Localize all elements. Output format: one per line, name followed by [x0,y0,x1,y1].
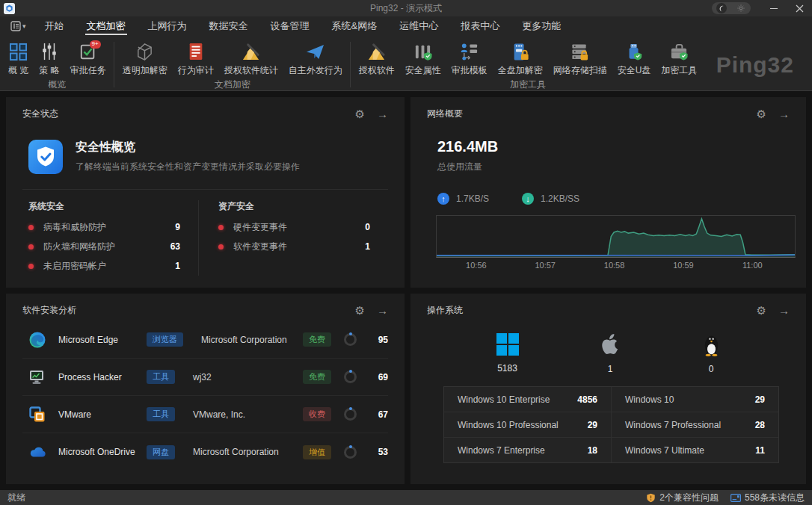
unread-messages[interactable]: 558条未读信息 [731,492,805,504]
tab-more-features[interactable]: 更多功能 [511,16,572,36]
table-row[interactable]: Windows 7 Enterprise18 Windows 7 Ultimat… [444,438,778,462]
category-badge: 工具 [147,370,175,384]
ribbon-group-encryption-tools: 授权软件 安全属性 审批模板 全盘加解密 [351,36,706,90]
ping32-watermark: Ping32 [716,52,794,78]
theme-toggle[interactable] [712,2,751,14]
score-ring-icon [344,446,357,459]
ribbon-button-behavior-audit[interactable]: 行为审计 [173,40,219,78]
process-hacker-icon [28,368,46,386]
policy-sliders-icon [40,42,59,61]
tab-ops-center[interactable]: 运维中心 [388,16,449,36]
approval-tasks-icon: 9+ [79,42,98,61]
caret-down-icon: ▾ [22,22,26,30]
software-row[interactable]: Process Hacker 工具 wj32 免费 69 [22,359,388,396]
tab-report-center[interactable]: 报表中心 [449,16,511,36]
red-dot-icon [28,225,34,230]
ruler-pen-icon [367,42,387,61]
list-item[interactable]: 软件变更事件 1 [218,237,388,256]
table-row[interactable]: Windows 10 Enterprise4856 Windows 1029 [444,387,778,412]
ribbon-button-security-attributes[interactable]: 安全属性 [400,40,446,78]
network-overview-panel: 网络概要 ⚙ → 216.4MB 总使用流量 ↑ 1.7KB/S ↓ 1.2KB… [410,97,806,288]
gear-icon[interactable]: ⚙ [757,108,766,120]
ribbon-button-authorized-software[interactable]: 授权软件 [354,40,400,78]
total-traffic-label: 总使用流量 [437,161,806,173]
ribbon-button-encryption-tools[interactable]: 加密工具 [656,40,702,78]
message-icon [731,494,741,502]
tab-internet-behavior[interactable]: 上网行为 [137,16,198,36]
close-button[interactable] [787,0,812,16]
briefcase-shield-icon [669,42,689,61]
tab-system-network[interactable]: 系统&网络 [321,16,389,36]
compatibility-issues[interactable]: 2个兼容性问题 [646,492,719,504]
asset-security-section: 资产安全 硬件变更事件 0 软件变更事件 1 [198,200,388,276]
list-item[interactable]: 硬件变更事件 0 [218,217,388,237]
main-menu-button[interactable]: ▾ [3,16,34,36]
flowchart-icon [460,42,479,61]
ribbon-button-self-outgoing-behavior[interactable]: 自主外发行为 [283,40,348,78]
security-overview-desc: 了解终端当前系统安全性和资产变更情况并采取必要操作 [76,161,300,173]
ribbon-button-network-storage-scan[interactable]: 网络存储扫描 [548,40,612,78]
x-tick-label: 10:56 [466,261,487,270]
ribbon-group-overview: 概 览 策 略 9+ 审批任务 概览 [0,36,114,90]
software-row[interactable]: Microsoft OneDrive 网盘 Microsoft Corporat… [22,433,388,471]
overview-grid-icon [9,42,28,61]
minimize-button[interactable] [761,0,787,16]
software-row[interactable]: VMware 工具 VMware, Inc. 收费 67 [22,396,388,433]
apple-count: 1 [608,364,613,374]
ribbon-button-overview[interactable]: 概 览 [3,40,34,78]
statusbar: 就绪 2个兼容性问题 558条未读信息 [0,490,812,505]
sun-icon[interactable] [736,3,746,13]
arrow-right-icon[interactable]: → [778,305,790,316]
windows-platform: 5183 [496,333,519,374]
apple-platform: 1 [600,333,621,374]
ribbon-group-label: 概览 [3,78,111,94]
vmware-icon [28,406,46,424]
window-title: Ping32 - 演示模式 [0,2,812,15]
gear-icon[interactable]: ⚙ [355,108,365,120]
red-dot-icon [28,264,34,269]
arrow-right-icon[interactable]: → [377,305,388,316]
list-item[interactable]: 病毒和威胁防护 9 [28,217,198,237]
tab-device-management[interactable]: 设备管理 [259,16,321,36]
warning-shield-icon [646,493,656,503]
x-tick-label: 10:59 [673,261,694,270]
ssd-lock-icon [511,42,530,61]
ribbon-button-approval-template[interactable]: 审批模板 [446,40,493,78]
ribbon-button-secure-usb[interactable]: 安全U盘 [612,40,656,78]
ribbon-button-policy[interactable]: 策 略 [34,40,64,78]
category-badge: 网盘 [147,445,175,459]
upload-speed: ↑ 1.7KB/S [437,193,489,205]
score-ring-icon [344,333,357,346]
arrow-right-icon[interactable]: → [377,108,388,120]
table-row[interactable]: Windows 10 Professional29 Windows 7 Prof… [444,412,778,438]
ribbon-button-authorized-software-stats[interactable]: 授权软件统计 [219,40,283,78]
list-item[interactable]: 防火墙和网络防护 63 [28,237,198,256]
ribbon-button-approval-tasks[interactable]: 9+ 审批任务 [65,40,111,78]
red-dot-icon [218,225,224,230]
tab-document-encryption[interactable]: 文档加密 [76,16,137,36]
cube-icon [135,42,155,61]
x-tick-label: 10:57 [535,261,556,270]
dashboard: 安全状态 ⚙ → 安全性概览 了解终端当前系统安全性和资产变更情况并采取必要操作… [0,91,812,490]
tab-data-security[interactable]: 数据安全 [198,16,259,36]
tab-start[interactable]: 开始 [34,16,76,36]
section-title: 资产安全 [218,200,388,213]
section-title: 系统安全 [28,200,198,213]
download-speed: ↓ 1.2KB/SS [522,193,579,205]
ribbon: 概 览 策 略 9+ 审批任务 概览 [0,36,812,91]
windows-icon [496,333,519,356]
software-row[interactable]: Microsoft Edge 浏览器 Microsoft Corporation… [22,321,388,359]
gear-icon[interactable]: ⚙ [355,305,365,316]
linux-platform: 0 [702,333,721,374]
panel-title: 操作系统 [427,304,463,317]
gear-icon[interactable]: ⚙ [757,305,766,316]
price-badge: 免费 [303,332,331,347]
ribbon-button-full-disk-encryption[interactable]: 全盘加解密 [493,40,548,78]
list-item[interactable]: 未启用密码帐户 1 [28,256,198,276]
usb-shield-icon [624,42,644,61]
moon-icon[interactable] [716,3,727,13]
arrow-right-icon[interactable]: → [778,108,790,120]
ribbon-button-transparent-encryption[interactable]: 透明加解密 [117,40,173,78]
panel-title: 安全状态 [22,108,58,120]
ribbon-group-label: 文档加密 [117,78,348,94]
